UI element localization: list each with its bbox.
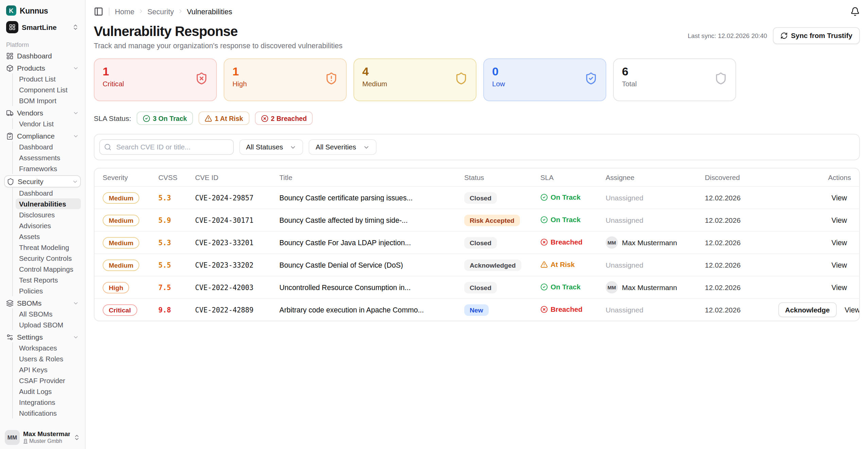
status-badge: Closed	[464, 237, 497, 248]
sidebar-item-disclosures[interactable]: Disclosures	[16, 209, 81, 220]
sidebar-group-security: Security Dashboard Vulnerabilities Discl…	[4, 175, 81, 296]
sidebar-item-frameworks[interactable]: Frameworks	[16, 163, 81, 174]
sidebar-item-products[interactable]: Products	[4, 62, 81, 73]
sidebar-item-sboms[interactable]: SBOMs	[4, 298, 81, 308]
chevron-right-icon	[138, 8, 144, 14]
col-cvss: CVSS	[158, 174, 195, 181]
assignee: Unassigned	[606, 194, 705, 202]
sidebar-item-csaf-provider[interactable]: CSAF Provider	[16, 375, 81, 386]
sidebar-item-advisories[interactable]: Advisories	[16, 220, 81, 231]
cve-id: CVE-2022-42003	[195, 284, 279, 291]
breadcrumb-home[interactable]: Home	[115, 7, 135, 15]
sidebar-item-workspaces[interactable]: Workspaces	[16, 342, 81, 353]
app-root: K Kunnus SmartLine Platform Dashboard Pr…	[0, 0, 868, 449]
sidebar-item-control-mappings[interactable]: Control Mappings	[16, 264, 81, 274]
status-filter-select[interactable]: All Statuses	[239, 139, 303, 155]
dashboard-icon	[6, 52, 14, 59]
view-button[interactable]: View	[827, 258, 851, 272]
sidebar-item-users-roles[interactable]: Users & Roles	[16, 353, 81, 364]
sidebar-sublist: Dashboard Vulnerabilities Disclosures Ad…	[12, 187, 81, 296]
sync-from-trustify-button[interactable]: Sync from Trustify	[772, 27, 860, 44]
sidebar-toggle-button[interactable]	[94, 6, 103, 16]
sidebar-item-security-dashboard[interactable]: Dashboard	[16, 187, 81, 198]
sidebar-item-upload-sbom[interactable]: Upload SBOM	[16, 319, 81, 330]
sidebar-item-vendors[interactable]: Vendors	[4, 107, 81, 118]
breadcrumb-current: Vulnerabilities	[187, 7, 232, 15]
cvss-score: 5.3	[158, 194, 195, 202]
sidebar-item-test-reports[interactable]: Test Reports	[16, 274, 81, 285]
acknowledge-button[interactable]: Acknowledge	[778, 302, 836, 317]
search-input[interactable]	[99, 139, 234, 155]
sidebar-item-component-list[interactable]: Component List	[16, 84, 81, 95]
sidebar-item-product-list[interactable]: Product List	[16, 73, 81, 84]
chevron-down-icon	[363, 144, 370, 150]
chevron-down-icon	[73, 110, 79, 116]
sidebar-item-bom-import[interactable]: BOM Import	[16, 95, 81, 106]
sidebar-item-compliance[interactable]: Compliance	[4, 130, 81, 141]
page-title: Vulnerability Response	[94, 24, 343, 39]
view-button[interactable]: View	[827, 236, 851, 249]
sidebar-item-api-keys[interactable]: API Keys	[16, 364, 81, 375]
table-row: Critical 9.8 CVE-2022-42889 Arbitrary co…	[94, 298, 859, 321]
circle-x-icon	[540, 238, 548, 246]
settings-icon	[6, 333, 14, 341]
sidebar-item-vulnerabilities[interactable]: Vulnerabilities	[16, 198, 81, 209]
sidebar-item-all-sboms[interactable]: All SBOMs	[16, 308, 81, 319]
user-company: Muster Gmbh	[23, 438, 70, 444]
col-sla: SLA	[540, 174, 606, 181]
table-header-row: Severity CVSS CVE ID Title Status SLA As…	[94, 168, 859, 186]
sidebar-item-security-controls[interactable]: Security Controls	[16, 253, 81, 264]
sidebar-item-vendor-list[interactable]: Vendor List	[16, 118, 81, 129]
breadcrumb-security[interactable]: Security	[147, 7, 174, 15]
chevron-down-icon	[73, 65, 79, 71]
sidebar-item-dashboard[interactable]: Dashboard	[4, 50, 81, 61]
view-button[interactable]: View	[827, 281, 851, 294]
sidebar-sublist: Dashboard Assessments Frameworks	[12, 141, 81, 174]
sla-status: Breached	[540, 238, 583, 246]
shield-alert-icon	[325, 72, 338, 88]
chevron-down-icon	[73, 133, 79, 139]
brand-name: Kunnus	[20, 6, 48, 15]
sidebar-item-threat-modeling[interactable]: Threat Modeling	[16, 242, 81, 253]
sidebar-item-notifications[interactable]: Notifications	[16, 408, 81, 418]
severity-badge: Medium	[103, 214, 140, 226]
sla-at-risk-badge: 1 At Risk	[198, 111, 249, 125]
cvss-score: 9.8	[158, 306, 195, 314]
sidebar-item-integrations[interactable]: Integrations	[16, 397, 81, 408]
sidebar-item-compliance-dashboard[interactable]: Dashboard	[16, 141, 81, 152]
table-row: Medium 5.5 CVE-2023-33202 Bouncy Castle …	[94, 253, 859, 276]
status-badge: Closed	[464, 192, 497, 203]
col-actions: Actions	[778, 174, 851, 181]
workspace-icon	[6, 21, 18, 33]
bell-icon[interactable]	[850, 6, 860, 16]
divider	[109, 7, 109, 15]
search-box	[99, 139, 234, 155]
sidebar-item-assets[interactable]: Assets	[16, 231, 81, 242]
table-row: Medium 5.3 CVE-2023-33201 Bouncy Castle …	[94, 231, 859, 253]
sla-status-label: SLA Status:	[94, 114, 131, 122]
triangle-alert-icon	[540, 261, 548, 268]
view-button[interactable]: View	[840, 303, 860, 317]
discovered-date: 12.02.2026	[705, 261, 778, 269]
stat-label: Medium	[362, 80, 387, 87]
sidebar-item-audit-logs[interactable]: Audit Logs	[16, 386, 81, 397]
severity-filter-select[interactable]: All Severities	[309, 139, 377, 155]
sidebar-sublist: Vendor List	[12, 118, 81, 129]
assignee: MMMax Mustermann	[606, 236, 705, 249]
sidebar-item-security[interactable]: Security	[4, 175, 81, 187]
sidebar-item-settings[interactable]: Settings	[4, 331, 81, 342]
workspace-switcher[interactable]: SmartLine	[4, 19, 81, 35]
view-button[interactable]: View	[827, 213, 851, 227]
view-button[interactable]: View	[827, 191, 851, 204]
chevron-down-icon	[290, 144, 297, 150]
severity-badge: Medium	[103, 237, 140, 248]
user-menu[interactable]: MM Max Mustermann Muster Gmbh	[4, 427, 81, 446]
stat-label: Total	[622, 80, 637, 87]
page-subtitle: Track and manage your organization's res…	[94, 41, 343, 50]
sidebar-item-assessments[interactable]: Assessments	[16, 152, 81, 163]
refresh-icon	[780, 32, 787, 39]
sidebar-item-policies[interactable]: Policies	[16, 285, 81, 296]
cvss-score: 5.9	[158, 216, 195, 224]
sla-status: At Risk	[540, 261, 575, 268]
sidebar-item-label: Vendors	[17, 109, 43, 117]
